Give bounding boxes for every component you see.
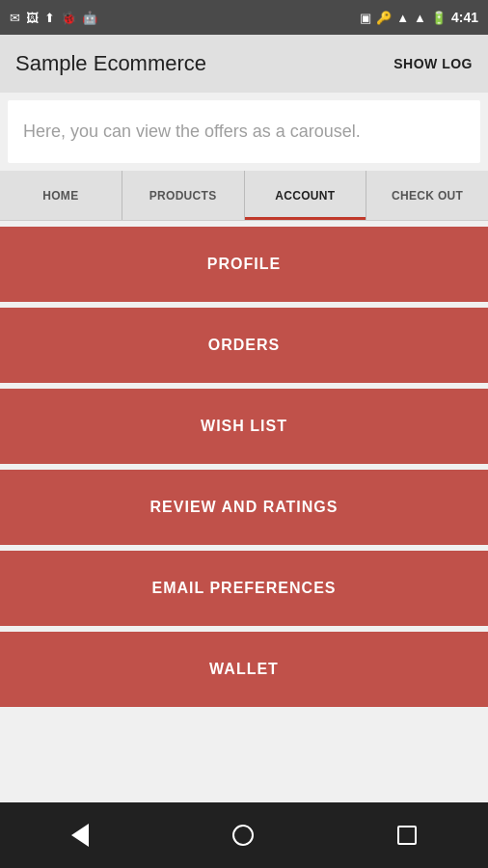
tab-account-label: ACCOUNT — [275, 189, 335, 203]
gmail-icon: ✉ — [10, 11, 20, 25]
info-card: Here, you can view the offers as a carou… — [8, 100, 480, 163]
profile-label: PROFILE — [207, 256, 281, 273]
wallet-button[interactable]: WALLET — [0, 632, 488, 707]
nav-back-button[interactable] — [71, 824, 89, 847]
tab-account[interactable]: ACCOUNT — [245, 171, 367, 220]
status-icons-left: ✉ 🖼 ⬆ 🐞 🤖 — [10, 11, 97, 25]
tab-checkout[interactable]: CHECK OUT — [366, 171, 488, 220]
tab-checkout-label: CHECK OUT — [392, 189, 463, 203]
info-card-text: Here, you can view the offers as a carou… — [23, 120, 465, 144]
nav-recent-button[interactable] — [397, 826, 417, 845]
review-ratings-label: REVIEW AND RATINGS — [150, 499, 339, 516]
vibrate-icon: ▣ — [360, 11, 371, 25]
status-indicators-right: ▣ 🔑 ▲ ▲ 🔋 4:41 — [360, 10, 478, 25]
time-display: 4:41 — [451, 10, 478, 25]
image-icon: 🖼 — [26, 11, 39, 25]
tab-home[interactable]: HOME — [0, 171, 122, 220]
upload-icon: ⬆ — [44, 11, 55, 25]
wish-list-button[interactable]: WISH LIST — [0, 389, 488, 464]
orders-label: ORDERS — [208, 337, 280, 354]
wifi-icon: ▲ — [396, 11, 409, 25]
tab-products[interactable]: PRODUCTS — [122, 171, 245, 220]
key-icon: 🔑 — [376, 11, 392, 25]
email-preferences-button[interactable]: EMAIL PREFERENCES — [0, 551, 488, 626]
nav-home-button[interactable] — [232, 825, 254, 846]
profile-button[interactable]: PROFILE — [0, 227, 488, 302]
recent-icon — [397, 826, 417, 845]
android-icon: 🤖 — [82, 11, 97, 25]
wallet-label: WALLET — [209, 661, 279, 678]
back-icon — [71, 824, 89, 847]
tab-products-label: PRODUCTS — [149, 189, 217, 203]
app-bar: Sample Ecommerce SHOW LOG — [0, 35, 488, 93]
battery-icon: 🔋 — [431, 11, 447, 25]
signal-icon: ▲ — [414, 11, 426, 25]
review-ratings-button[interactable]: REVIEW AND RATINGS — [0, 470, 488, 545]
tab-bar: HOME PRODUCTS ACCOUNT CHECK OUT — [0, 171, 488, 221]
content-area: PROFILE ORDERS WISH LIST REVIEW AND RATI… — [0, 221, 488, 802]
home-icon — [232, 825, 254, 846]
nav-bar — [0, 802, 488, 868]
app-title: Sample Ecommerce — [15, 51, 206, 76]
show-log-button[interactable]: SHOW LOG — [393, 56, 473, 71]
orders-button[interactable]: ORDERS — [0, 308, 488, 383]
tab-home-label: HOME — [42, 189, 78, 203]
bug-icon: 🐞 — [61, 11, 76, 25]
status-bar: ✉ 🖼 ⬆ 🐞 🤖 ▣ 🔑 ▲ ▲ 🔋 4:41 — [0, 0, 488, 35]
email-preferences-label: EMAIL PREFERENCES — [152, 580, 337, 597]
wish-list-label: WISH LIST — [201, 418, 287, 435]
